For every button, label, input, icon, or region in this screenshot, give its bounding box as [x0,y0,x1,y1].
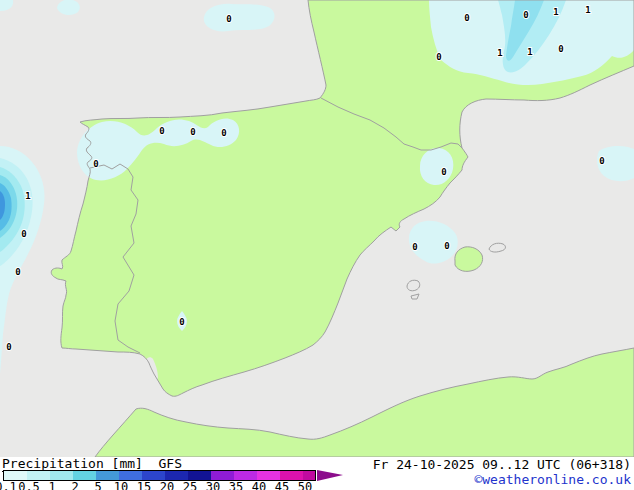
legend-segment-20 [165,471,188,480]
precip-value-label: 1 [25,191,30,201]
legend-segment-0.1 [4,471,27,480]
legend-segment-25 [188,471,211,480]
legend-tick-5: 5 [94,480,101,490]
legend-tick-20: 20 [160,480,174,490]
precip-value-label: 0 [464,13,469,23]
legend-title-unit: [mm] [112,456,143,471]
precip-value-label: 0 [226,14,231,24]
footer-bar: Precipitation [mm] GFS 0.10.512510152025… [0,457,634,490]
legend-title: Precipitation [mm] GFS [2,456,182,471]
legend-segment-overflow [303,471,315,480]
precipitation-map: 0001101100000001000000 [0,0,634,457]
precip-value-label: 1 [553,7,558,17]
forecast-datetime: Fr 24-10-2025 09..12 UTC (06+318) [373,457,631,472]
legend-segment-5 [96,471,119,480]
legend-tick-45: 45 [275,480,289,490]
precip-value-label: 0 [412,242,417,252]
precip-value-label: 0 [441,167,446,177]
legend-tick-15: 15 [137,480,151,490]
legend-segment-2 [73,471,96,480]
precip-value-label: 0 [6,342,11,352]
legend-segment-0.5 [27,471,50,480]
map-svg: 0001101100000001000000 [0,0,634,457]
precip-value-label: 0 [436,52,441,62]
legend-segment-15 [142,471,165,480]
legend-tick-25: 25 [183,480,197,490]
legend-segment-1 [50,471,73,480]
legend-tick-0.5: 0.5 [18,480,40,490]
precip-value-label: 0 [159,126,164,136]
legend-segment-10 [119,471,142,480]
legend-tick-2: 2 [71,480,78,490]
legend-tick-50: 50 [298,480,312,490]
legend-tick-30: 30 [206,480,220,490]
precip-value-label: 1 [497,48,502,58]
precip-value-label: 0 [15,267,20,277]
precip-value-label: 1 [527,47,532,57]
precip-value-label: 0 [179,317,184,327]
precip-biscay-blob [204,4,275,32]
precip-value-label: 1 [585,5,590,15]
legend-segment-40 [257,471,280,480]
legend-tick-1: 1 [48,480,55,490]
precip-value-label: 0 [190,127,195,137]
precip-value-label: 0 [221,128,226,138]
legend-segment-30 [211,471,234,480]
legend-tick-labels: 0.10.5125101520253035404550 [2,480,342,490]
precip-value-label: 0 [21,229,26,239]
legend-segment-35 [234,471,257,480]
precip-value-label: 0 [523,10,528,20]
precip-value-label: 0 [444,241,449,251]
legend-tick-10: 10 [114,480,128,490]
legend-tick-35: 35 [229,480,243,490]
precip-value-label: 0 [558,44,563,54]
copyright-link[interactable]: ©weatheronline.co.uk [474,472,631,487]
weather-map-page: 0001101100000001000000 Precipitation [mm… [0,0,634,490]
legend-tick-0.1: 0.1 [0,480,17,490]
precip-value-label: 0 [93,159,98,169]
precip-value-label: 0 [599,156,604,166]
legend-title-model: GFS [159,456,182,471]
legend-tick-40: 40 [252,480,266,490]
legend-segment-45 [280,471,303,480]
